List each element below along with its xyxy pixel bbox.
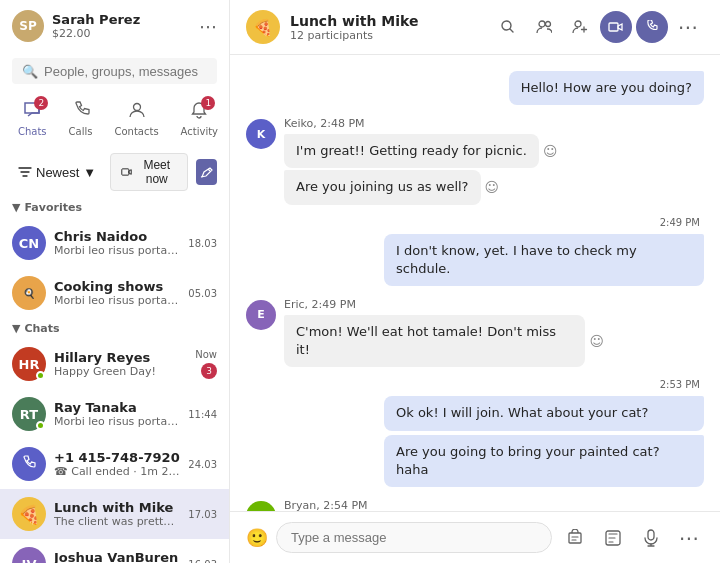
msg-group: E Eric, 2:49 PM C'mon! We'll eat hot tam…: [246, 298, 704, 367]
emoji-reaction[interactable]: ☺: [589, 333, 604, 349]
activity-icon: 1: [189, 100, 209, 124]
tab-contacts[interactable]: Contacts: [104, 94, 168, 143]
tab-chats-label: Chats: [18, 126, 47, 137]
chat-header-info: Lunch with Mike 12 participants: [290, 13, 482, 42]
msg-sender: Bryan, 2:54 PM: [284, 499, 394, 511]
chat-preview: Morbi leo risus porta ac consect...: [54, 244, 180, 257]
svg-rect-11: [648, 530, 654, 540]
chat-panel: 🍕 Lunch with Mike 12 participants ⋯: [230, 0, 720, 563]
voice-call-button[interactable]: [636, 11, 668, 43]
list-item[interactable]: +1 415-748-7920 ☎ Call ended · 1m 22s 24…: [0, 439, 229, 489]
svg-point-6: [546, 22, 551, 27]
chat-name: Cooking shows: [54, 279, 180, 294]
list-item[interactable]: 🍕 Lunch with Mike The client was pretty …: [0, 489, 229, 539]
avatar: E: [246, 300, 276, 330]
tab-contacts-label: Contacts: [114, 126, 158, 137]
more-options-button[interactable]: ⋯: [199, 16, 217, 37]
msg-row: K Keiko, 2:48 PM I'm great!! Getting rea…: [246, 117, 558, 204]
emoji-reaction[interactable]: ☺: [543, 143, 558, 159]
msg-time: 2:53 PM: [660, 379, 700, 390]
add-participant-button[interactable]: [564, 11, 596, 43]
more-options-header-button[interactable]: ⋯: [672, 11, 704, 43]
tab-chats[interactable]: 2 Chats: [8, 94, 57, 143]
list-item[interactable]: RT Ray Tanaka Morbi leo risus porta ac c…: [0, 389, 229, 439]
msg-bubble: Are you going to bring your painted cat?…: [384, 435, 704, 487]
chat-info: Joshua VanBuren You: Thank you!: [54, 550, 180, 563]
chat-header-avatar: 🍕: [246, 10, 280, 44]
chat-participants: 12 participants: [290, 29, 482, 42]
format-button[interactable]: [598, 523, 628, 553]
chat-meta: 05.03: [188, 288, 217, 299]
chat-meta: 18.03: [188, 238, 217, 249]
chat-name: Hillary Reyes: [54, 350, 187, 365]
list-item[interactable]: JV Joshua VanBuren You: Thank you! 16.03: [0, 539, 229, 563]
list-item[interactable]: HR Hillary Reyes Happy Green Day! Now 3: [0, 339, 229, 389]
avatar: RT: [12, 397, 46, 431]
msg-bubble: Ok ok! I will join. What about your cat?: [384, 396, 704, 430]
chat-time: 24.03: [188, 459, 217, 470]
chat-list: ▼ Favorites CN Chris Naidoo Morbi leo ri…: [0, 197, 229, 563]
svg-rect-9: [569, 533, 581, 543]
chat-info: +1 415-748-7920 ☎ Call ended · 1m 22s: [54, 450, 180, 478]
meet-now-label: Meet now: [136, 158, 177, 186]
online-indicator: [36, 371, 45, 380]
msg-row: B Bryan, 2:54 PM Of course! ☺: [246, 499, 394, 511]
chat-title: Lunch with Mike: [290, 13, 482, 29]
msg-content: I don't know, yet. I have to check my sc…: [384, 234, 704, 286]
list-item[interactable]: CN Chris Naidoo Morbi leo risus porta ac…: [0, 218, 229, 268]
chat-meta: 24.03: [188, 459, 217, 470]
chat-name: +1 415-748-7920: [54, 450, 180, 465]
msg-content: Eric, 2:49 PM C'mon! We'll eat hot tamal…: [284, 298, 604, 367]
chat-meta: 17.03: [188, 509, 217, 520]
chat-time: 05.03: [188, 288, 217, 299]
filter-button[interactable]: Newest ▼: [12, 161, 102, 184]
chat-name: Joshua VanBuren: [54, 550, 180, 563]
chats-section-label: Chats: [24, 322, 59, 335]
msg-sender: Keiko, 2:48 PM: [284, 117, 558, 130]
list-item[interactable]: 🍳 Cooking shows Morbi leo risus porta ac…: [0, 268, 229, 318]
tab-calls[interactable]: Calls: [59, 94, 103, 143]
tab-activity[interactable]: 1 Activity: [171, 94, 228, 143]
chat-info: Chris Naidoo Morbi leo risus porta ac co…: [54, 229, 180, 257]
emoji-button[interactable]: 🙂: [246, 527, 268, 548]
chat-input-bar: 🙂 ⋯: [230, 511, 720, 563]
message-input[interactable]: [276, 522, 552, 553]
nav-tabs: 2 Chats Calls Contacts 1 Activity: [0, 90, 229, 147]
meet-now-button[interactable]: Meet now: [110, 153, 188, 191]
avatar: [12, 447, 46, 481]
msg-group: 2:53 PM Ok ok! I will join. What about y…: [246, 379, 704, 487]
avatar: K: [246, 119, 276, 149]
chat-name: Ray Tanaka: [54, 400, 180, 415]
audio-button[interactable]: [636, 523, 666, 553]
avatar: CN: [12, 226, 46, 260]
msg-group: 2:49 PM I don't know, yet. I have to che…: [246, 217, 704, 286]
header-actions: ⋯: [492, 11, 704, 43]
sidebar: SP Sarah Perez $22.00 ⋯ 🔍 ⋮ 2 Chats Call…: [0, 0, 230, 563]
msg-content: Ok ok! I will join. What about your cat?…: [384, 396, 704, 487]
search-input[interactable]: [44, 64, 212, 79]
chat-time: 18.03: [188, 238, 217, 249]
chat-meta: 16.03: [188, 559, 217, 564]
calls-icon: [71, 100, 91, 124]
chat-header: 🍕 Lunch with Mike 12 participants ⋯: [230, 0, 720, 55]
chat-name: Chris Naidoo: [54, 229, 180, 244]
search-button[interactable]: [492, 11, 524, 43]
msg-group: Hello! How are you doing?: [246, 71, 704, 105]
msg-sender: Eric, 2:49 PM: [284, 298, 604, 311]
msg-content: Keiko, 2:48 PM I'm great!! Getting ready…: [284, 117, 558, 204]
chat-time: 17.03: [188, 509, 217, 520]
svg-point-0: [133, 104, 140, 111]
more-input-options-button[interactable]: ⋯: [674, 523, 704, 553]
emoji-reaction[interactable]: ☺: [485, 179, 500, 195]
compose-button[interactable]: [196, 159, 217, 185]
filter-bar: Newest ▼ Meet now: [0, 147, 229, 197]
participants-button[interactable]: [528, 11, 560, 43]
profile-info: Sarah Perez $22.00: [52, 12, 191, 40]
profile-price: $22.00: [52, 27, 191, 40]
attach-file-button[interactable]: [560, 523, 590, 553]
tab-calls-label: Calls: [69, 126, 93, 137]
msg-row: E Eric, 2:49 PM C'mon! We'll eat hot tam…: [246, 298, 604, 367]
chat-preview: Happy Green Day!: [54, 365, 187, 378]
video-call-button[interactable]: [600, 11, 632, 43]
chat-preview: ☎ Call ended · 1m 22s: [54, 465, 180, 478]
